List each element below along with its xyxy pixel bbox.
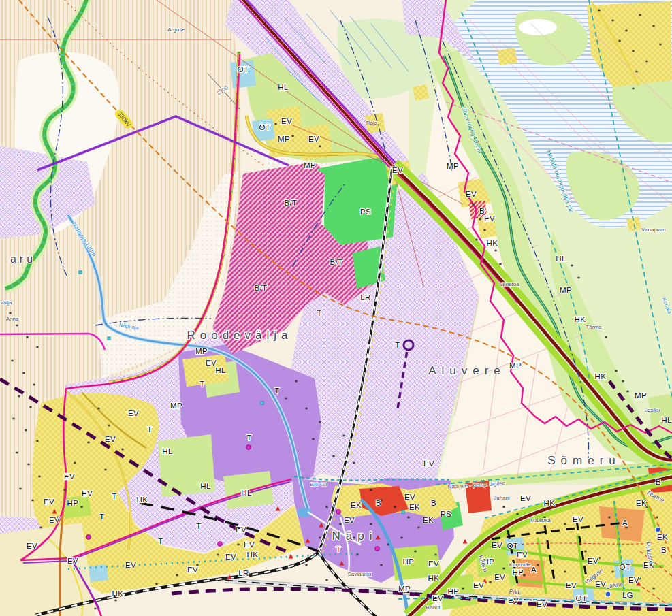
building: [63, 489, 65, 491]
building: [394, 506, 396, 508]
zone-label: OT: [507, 542, 519, 550]
building: [319, 146, 321, 148]
zone-ev: [626, 216, 641, 231]
zone-label: EV: [432, 594, 443, 602]
building: [472, 204, 474, 206]
map-annotation: Juhani: [494, 495, 510, 501]
zone-label: EV: [27, 542, 37, 550]
region-name: Roodevälja: [187, 329, 292, 342]
planning-map[interactable]: OTHLEVOTMPEVMPEVMPB/TPSEVBEVHKHLMPB/TB/T…: [0, 0, 672, 616]
zone-ev: [497, 48, 517, 65]
building: [475, 239, 477, 241]
zone-label: HL: [556, 255, 566, 263]
zone-label: T: [112, 492, 116, 500]
zone-label: EV: [281, 117, 292, 125]
zone-label: EV: [49, 516, 60, 524]
zone-label: B: [656, 478, 661, 486]
building: [80, 506, 82, 508]
building: [237, 544, 239, 546]
zone-label: MP: [398, 585, 411, 593]
building: [387, 544, 389, 546]
building: [564, 571, 566, 573]
zone-label: EV: [566, 581, 577, 589]
building: [584, 551, 586, 553]
zone-label: B/T: [254, 284, 267, 292]
zone-label: HP: [67, 499, 79, 507]
zone-label: T: [158, 537, 163, 545]
zone-label: T: [147, 425, 152, 434]
zone-label: EV: [517, 551, 528, 559]
zone-label: HK: [137, 496, 148, 504]
zone-label: MP: [170, 402, 182, 410]
building: [483, 229, 485, 231]
zone-label: LR: [360, 293, 371, 302]
building: [319, 537, 321, 539]
magenta-point-icon: [246, 445, 251, 450]
zone-label: EV: [492, 541, 502, 549]
building: [325, 579, 327, 581]
zone-label: HP: [403, 557, 415, 566]
zone-label: EK: [423, 516, 434, 524]
building: [36, 346, 38, 348]
region-name: aru: [10, 253, 36, 265]
building: [274, 123, 276, 125]
magenta-point-icon: [336, 510, 341, 515]
map-annotation: Randi: [426, 604, 441, 611]
zone-label: EV: [595, 580, 606, 588]
cyan-marker-icon: [79, 271, 82, 274]
zone-label: EV: [125, 561, 136, 569]
building: [12, 418, 14, 420]
building: [462, 588, 464, 590]
region-name: Aluvere: [428, 364, 506, 377]
zone-label: EV: [44, 498, 54, 506]
building: [36, 440, 38, 442]
building: [135, 591, 137, 594]
zone-label: HK: [428, 574, 440, 582]
map-annotation: Kuremäe: [509, 562, 532, 568]
building: [291, 135, 293, 137]
building: [417, 527, 419, 529]
building: [611, 571, 613, 573]
zone-label: T: [246, 434, 251, 442]
building: [577, 277, 579, 279]
zone-label: T: [317, 309, 321, 317]
building: [16, 325, 18, 327]
building: [625, 30, 627, 32]
zone-label: EV: [573, 515, 583, 523]
zone-label: MP: [560, 286, 572, 294]
zone-label: MP: [509, 361, 522, 370]
building: [353, 462, 355, 464]
building: [121, 449, 123, 451]
zone-label: EK: [657, 533, 668, 541]
map-annotation: Raja: [366, 120, 378, 126]
building: [639, 14, 641, 16]
zone-label: EV: [628, 576, 639, 584]
zone-label: MP: [304, 161, 316, 169]
zone-label: MP: [278, 135, 290, 143]
map-annotation: BIO 39: [310, 481, 327, 487]
building: [632, 88, 634, 90]
building: [414, 551, 416, 553]
building: [479, 218, 481, 221]
building: [176, 574, 178, 577]
building: [295, 380, 297, 383]
building: [489, 581, 491, 583]
building: [74, 462, 76, 464]
building: [29, 406, 31, 408]
building: [25, 429, 27, 432]
zone-label: A: [622, 519, 628, 527]
zone-label: PS: [441, 510, 451, 518]
map-annotation: Arguse: [167, 27, 185, 33]
zone-label: HK: [112, 589, 124, 598]
building: [339, 523, 341, 525]
building: [312, 438, 314, 440]
map-viewport[interactable]: OTHLEVOTMPEVMPEVMPB/TPSEVBEVHKHLMPB/TB/T…: [0, 0, 672, 616]
building: [319, 421, 321, 423]
building: [584, 527, 586, 529]
zone-label: EV: [520, 494, 531, 502]
zone-label: MP: [635, 391, 647, 400]
building: [537, 564, 539, 566]
map-annotation: Maasika: [530, 517, 551, 523]
building: [11, 360, 13, 362]
building: [598, 10, 600, 12]
